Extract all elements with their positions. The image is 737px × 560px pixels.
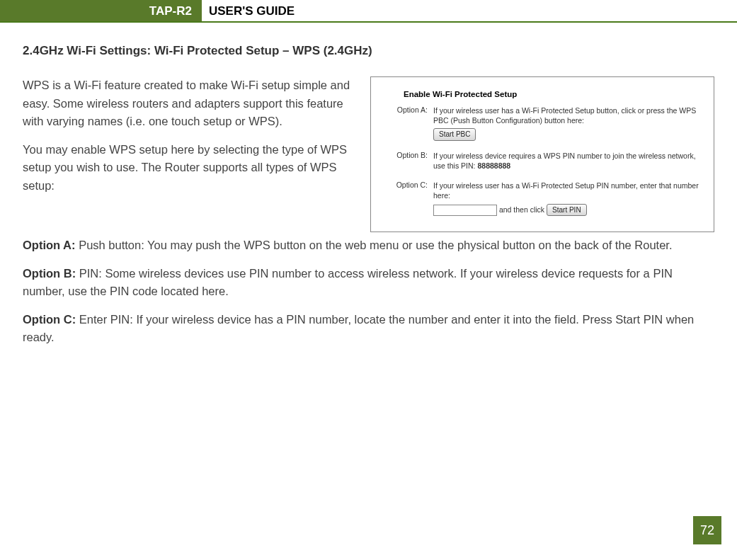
screenshot-option-c: Option C: If your wireless user has a Wi…	[389, 181, 701, 216]
screenshot-option-a: Option A: If your wireless user has a Wi…	[389, 105, 701, 141]
wps-screenshot: Enable Wi-Fi Protected Setup Option A: I…	[370, 76, 714, 232]
page-header: TAP-R2 USER'S GUIDE	[0, 0, 737, 23]
start-pbc-button[interactable]: Start PBC	[433, 128, 476, 141]
option-a-paragraph: Option A: Push button: You may push the …	[23, 236, 714, 255]
screenshot-option-b: Option B: If your wireless device requir…	[389, 151, 701, 171]
intro-block: Enable Wi-Fi Protected Setup Option A: I…	[23, 76, 714, 236]
section-title: 2.4GHz Wi-Fi Settings: Wi-Fi Protected S…	[23, 44, 714, 58]
option-b-paragraph: Option B: PIN: Some wireless devices use…	[23, 265, 714, 301]
screenshot-option-a-label: Option A:	[389, 105, 433, 141]
option-c-paragraph: Option C: Enter PIN: If your wireless de…	[23, 311, 714, 347]
option-a-label: Option A:	[23, 239, 76, 251]
screenshot-option-a-text: If your wireless user has a Wi-Fi Protec…	[433, 106, 696, 125]
option-a-text: Push button: You may push the WPS button…	[76, 239, 673, 251]
screenshot-option-b-body: If your wireless device requires a WPS P…	[433, 151, 701, 171]
screenshot-option-c-body: If your wireless user has a Wi-Fi Protec…	[433, 181, 701, 216]
screenshot-option-c-text: If your wireless user has a Wi-Fi Protec…	[433, 181, 699, 200]
header-title: USER'S GUIDE	[202, 0, 295, 21]
start-pin-button[interactable]: Start PIN	[547, 204, 587, 217]
page-number: 72	[693, 516, 721, 544]
header-product-badge: TAP-R2	[0, 0, 202, 21]
screenshot-option-b-text: If your wireless device requires a WPS P…	[433, 152, 696, 170]
screenshot-option-c-label: Option C:	[389, 181, 433, 216]
page-content: 2.4GHz Wi-Fi Settings: Wi-Fi Protected S…	[0, 23, 737, 347]
screenshot-option-b-label: Option B:	[389, 151, 433, 171]
screenshot-option-a-body: If your wireless user has a Wi-Fi Protec…	[433, 105, 701, 141]
wps-pin-value: 88888888	[477, 161, 510, 170]
screenshot-title: Enable Wi-Fi Protected Setup	[404, 90, 701, 98]
and-then-click-text: and then click	[497, 205, 547, 214]
pin-input[interactable]	[433, 205, 497, 216]
option-b-text: PIN: Some wireless devices use PIN numbe…	[23, 267, 673, 298]
product-code: TAP-R2	[149, 4, 192, 18]
option-b-label: Option B:	[23, 267, 76, 280]
option-c-label: Option C:	[23, 313, 76, 326]
option-c-text: Enter PIN: If your wireless device has a…	[23, 313, 694, 344]
